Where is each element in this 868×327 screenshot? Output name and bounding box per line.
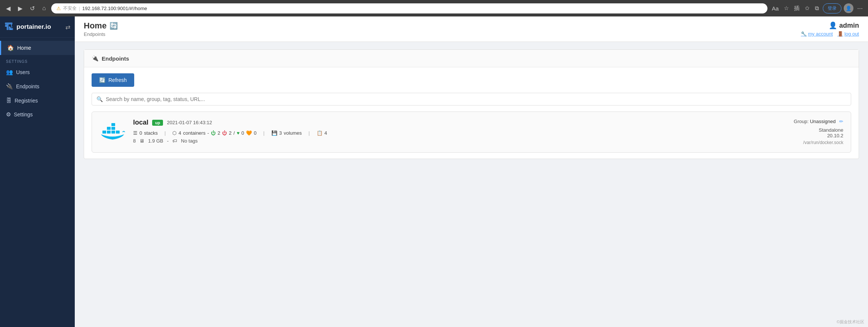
browser-chrome: ◀ ▶ ↺ ⌂ ⚠ 不安全 | 192.168.72.100:9001/#!/h… (0, 0, 868, 16)
main-content: Home 🔄 Endpoints 👤 admin 🔧 my account 🚪 (75, 16, 868, 327)
volumes-icon: 💾 (271, 130, 277, 136)
sidebar-item-users[interactable]: 👥 Users (0, 65, 75, 79)
volumes-stat: 💾 3 volumes (271, 130, 302, 136)
stacks-icon: ☰ (133, 130, 138, 136)
sidebar-item-endpoints[interactable]: 🔌 Endpoints (0, 79, 75, 94)
search-icon: 🔍 (96, 96, 103, 102)
sidebar-icon[interactable]: ⧉ (813, 3, 821, 13)
endpoint-version: 20.10.2 (784, 133, 843, 138)
unhealthy-icon: 🧡 (246, 130, 252, 136)
address-bar[interactable]: ⚠ 不安全 | 192.168.72.100:9001/#!/home (51, 3, 767, 13)
header-refresh-icon[interactable]: 🔄 (110, 22, 118, 30)
portainer-logo-icon: 🏗 (4, 22, 13, 32)
sidebar-toggle-button[interactable]: ⇄ (65, 24, 70, 31)
stat-separator-1: | (164, 130, 166, 136)
translate-icon[interactable]: Aa (770, 4, 780, 13)
volumes-label: volumes (284, 130, 302, 136)
endpoints-section-header: 🔌 Endpoints (84, 50, 859, 67)
extensions-icon[interactable]: 插 (792, 3, 801, 13)
svg-rect-3 (116, 131, 120, 134)
stopped-count: 2 (229, 130, 231, 136)
tags-label: No tags (181, 138, 198, 144)
status-badge: up (152, 120, 163, 126)
forward-button[interactable]: ▶ (16, 3, 25, 13)
sidebar-item-home[interactable]: 🏠 Home (0, 41, 75, 55)
favorites-icon[interactable]: ☆ (782, 3, 790, 13)
sidebar-item-settings[interactable]: ⚙ Settings (0, 107, 75, 122)
edit-icon[interactable]: ✏ (839, 119, 843, 124)
settings-icon: ⚙ (6, 111, 11, 118)
svg-point-7 (120, 133, 122, 135)
search-input[interactable] (106, 96, 846, 102)
endpoint-right: Group: Unassigned ✏ Standalone 20.10.2 /… (784, 119, 843, 145)
stacks-count: 0 (139, 130, 142, 136)
user-name: 👤 admin (829, 21, 859, 30)
log-out-icon: 🚪 (837, 31, 843, 37)
healthy-icon: ♥ (237, 130, 240, 136)
reload-button[interactable]: ↺ (28, 3, 37, 13)
registries-icon: 🗄 (6, 97, 12, 104)
user-area: 👤 admin 🔧 my account 🚪 log out (801, 21, 859, 37)
endpoint-socket: /var/run/docker.sock (784, 140, 843, 145)
insecure-label: 不安全 (63, 5, 77, 12)
page-title-area: Home 🔄 Endpoints (84, 21, 118, 37)
size-label: 1.9 GB (148, 138, 163, 144)
top-header: Home 🔄 Endpoints 👤 admin 🔧 my account 🚪 (75, 16, 868, 42)
unhealthy-count: 0 (254, 130, 256, 136)
stat-separator-3: | (308, 130, 310, 136)
login-button[interactable]: 登录 (823, 3, 841, 13)
collections-icon[interactable]: ✩ (803, 3, 811, 13)
browser-right-icons: Aa ☆ 插 ✩ ⧉ 登录 👤 ⋯ (770, 3, 864, 13)
stat-separator-2: | (263, 130, 264, 136)
endpoints-icon: 🔌 (6, 83, 13, 90)
sidebar-item-registries-label: Registries (15, 98, 38, 104)
healthy-count: 0 (241, 130, 244, 136)
svg-rect-1 (107, 131, 111, 134)
page-body: 🔌 Endpoints 🔄 Refresh 🔍 (75, 42, 868, 327)
browser-avatar: 👤 (844, 3, 853, 13)
containers-icon: ⬡ (172, 130, 176, 136)
svg-rect-0 (102, 131, 106, 134)
page-title-text: Home (84, 21, 107, 31)
watermark: ©掘金技术社区 (837, 319, 864, 325)
users-icon: 👥 (6, 69, 13, 76)
sidebar-logo: 🏗 portainer.io ⇄ (0, 16, 75, 38)
endpoint-stats-row: ☰ 0 stacks | ⬡ 4 containers - (133, 130, 776, 136)
endpoints-body: 🔄 Refresh 🔍 (84, 67, 859, 159)
running-icon: ⏻ (211, 130, 216, 136)
svg-rect-6 (111, 123, 115, 126)
containers-label: containers (183, 130, 206, 136)
stacks-stat: ☰ 0 stacks (133, 130, 158, 136)
endpoints-header-icon: 🔌 (92, 55, 99, 62)
endpoint-card: local up 2021-01-07 16:43:12 ☰ 0 stacks (92, 111, 851, 153)
log-out-link[interactable]: 🚪 log out (837, 31, 859, 37)
portainer-logo-text: portainer.io (16, 23, 51, 31)
endpoint-type: Standalone (784, 127, 843, 133)
page-title: Home 🔄 (84, 21, 118, 31)
my-account-link[interactable]: 🔧 my account (801, 31, 832, 37)
refresh-btn-label: Refresh (108, 77, 127, 83)
user-links: 🔧 my account 🚪 log out (801, 31, 859, 37)
endpoint-title-row: local up 2021-01-07 16:43:12 (133, 119, 776, 126)
security-warning-icon: ⚠ (56, 6, 61, 11)
sidebar: 🏗 portainer.io ⇄ 🏠 Home SETTINGS 👥 Users (0, 16, 75, 327)
sidebar-item-registries[interactable]: 🗄 Registries (0, 94, 75, 107)
refresh-button[interactable]: 🔄 Refresh (92, 73, 134, 87)
back-button[interactable]: ◀ (4, 3, 13, 13)
home-button[interactable]: ⌂ (40, 3, 48, 13)
tags-icon: 🏷 (172, 138, 177, 144)
page-subtitle: Endpoints (84, 31, 118, 37)
stopped-icon: ⏻ (222, 130, 227, 136)
endpoints-section: 🔌 Endpoints 🔄 Refresh 🔍 (84, 49, 859, 159)
separator-slash: / (234, 130, 235, 136)
more-menu-button[interactable]: ⋯ (856, 3, 864, 13)
address-separator: | (79, 6, 80, 11)
endpoint-name[interactable]: local (133, 119, 148, 126)
images-stat: 📋 4 (317, 130, 327, 136)
my-account-icon: 🔧 (801, 31, 807, 37)
endpoints-header-label: Endpoints (102, 55, 129, 62)
containers-stat: ⬡ 4 containers - ⏻ 2 ⏻ 2 / ♥ (172, 130, 256, 136)
containers-count: 4 (178, 130, 181, 136)
svg-rect-5 (111, 127, 115, 130)
group-name: Unassigned (810, 119, 836, 124)
